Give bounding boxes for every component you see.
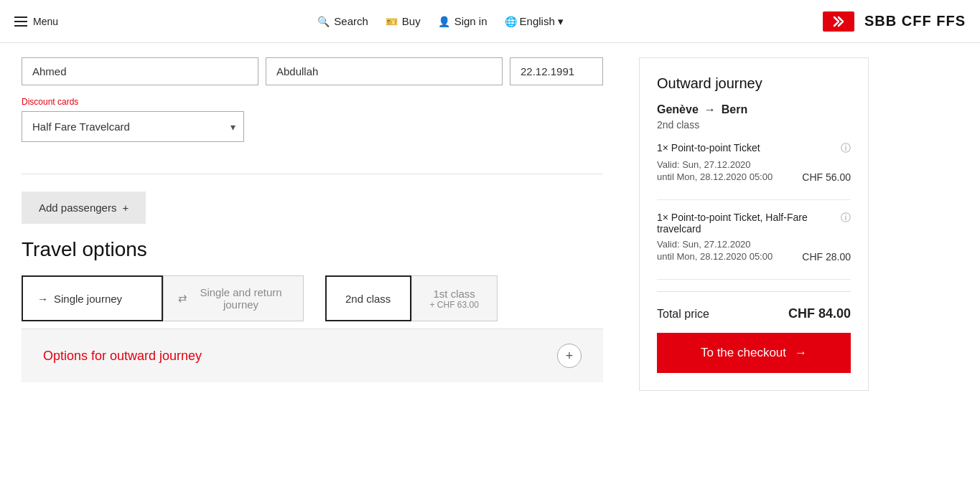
ticket-row-2: 1× Point-to-point Ticket, Half-Fare trav… xyxy=(657,212,851,235)
total-price-row: Total price CHF 84.00 xyxy=(657,291,851,333)
first-class-surcharge: + CHF 63.00 xyxy=(429,300,478,310)
passenger-form: Discount cards Half Fare Travelcard None… xyxy=(22,43,603,156)
ticket-validity-until-1: until Mon, 28.12.2020 05:00 xyxy=(657,171,773,182)
search-nav-item[interactable]: Search xyxy=(317,15,368,27)
brand-name: SBB CFF FFS xyxy=(864,13,966,29)
main-content: Discount cards Half Fare Travelcard None… xyxy=(0,43,625,477)
outward-journey-title: Outward journey xyxy=(657,75,851,92)
user-icon xyxy=(438,15,450,27)
dob-input[interactable] xyxy=(510,57,603,85)
single-journey-label: Single journey xyxy=(54,293,122,305)
total-price-label: Total price xyxy=(657,308,709,321)
ticket-validity-until-2: until Mon, 28.12.2020 05:00 xyxy=(657,251,773,262)
search-icon xyxy=(317,15,330,27)
total-price-value: CHF 84.00 xyxy=(788,306,851,321)
chevron-down-icon xyxy=(558,15,564,28)
buy-label: Buy xyxy=(402,15,421,27)
travel-options-title: Travel options xyxy=(22,238,603,261)
header-nav: Search Buy Sign in English xyxy=(317,15,563,28)
single-journey-button[interactable]: Single journey xyxy=(22,275,163,321)
sign-in-nav-item[interactable]: Sign in xyxy=(438,15,487,27)
buy-icon xyxy=(386,15,398,27)
arrow-icon: → xyxy=(704,103,716,116)
outward-options-expand-button[interactable] xyxy=(557,344,582,368)
last-name-input[interactable] xyxy=(266,57,503,85)
journey-class: 2nd class xyxy=(657,119,851,131)
menu-button[interactable]: Menu xyxy=(14,16,58,27)
discount-select-wrapper: Half Fare Travelcard None GA Travelcard xyxy=(22,111,244,142)
ticket-price-row-2: until Mon, 28.12.2020 05:00 CHF 28.00 xyxy=(657,251,851,263)
first-class-label: 1st class xyxy=(433,288,475,300)
info-icon-1[interactable]: ⓘ xyxy=(841,142,851,155)
info-icon-2[interactable]: ⓘ xyxy=(841,212,851,225)
return-journey-button[interactable]: Single and return journey xyxy=(163,275,303,321)
journey-route: Genève → Bern xyxy=(657,103,851,116)
first-class-button[interactable]: 1st class + CHF 63.00 xyxy=(411,275,498,321)
plus-icon xyxy=(566,349,574,364)
outward-options-title: Options for outward journey xyxy=(43,349,202,364)
sidebar: Outward journey Genève → Bern 2nd class … xyxy=(625,43,883,477)
arrow-right-icon xyxy=(37,293,48,305)
travel-options-section: Travel options Single journey Single and… xyxy=(22,224,603,329)
buy-nav-item[interactable]: Buy xyxy=(386,15,421,27)
checkout-label: To the checkout xyxy=(701,346,786,360)
options-row: Single journey Single and return journey… xyxy=(22,275,603,321)
ticket-row-1: 1× Point-to-point Ticket ⓘ xyxy=(657,142,851,155)
language-selector[interactable]: English xyxy=(505,15,564,28)
second-class-label: 2nd class xyxy=(345,293,391,305)
sidebar-card: Outward journey Genève → Bern 2nd class … xyxy=(639,57,869,391)
plus-icon xyxy=(122,202,129,214)
add-passengers-button[interactable]: Add passengers xyxy=(22,192,146,224)
header: Menu Search Buy Sign in English SBB CFF … xyxy=(0,0,980,43)
ticket-name-1: 1× Point-to-point Ticket xyxy=(657,142,836,154)
first-name-input[interactable] xyxy=(22,57,258,85)
checkout-button[interactable]: To the checkout xyxy=(657,333,851,373)
add-passengers-section: Add passengers xyxy=(22,192,603,224)
discount-section: Discount cards Half Fare Travelcard None… xyxy=(22,97,603,142)
journey-type-row: Single journey Single and return journey xyxy=(22,275,304,321)
return-journey-label: Single and return journey xyxy=(193,286,288,311)
name-row xyxy=(22,57,603,85)
second-class-button[interactable]: 2nd class xyxy=(325,275,411,321)
ticket-block-1: 1× Point-to-point Ticket ⓘ Valid: Sun, 2… xyxy=(657,142,851,200)
brand: SBB CFF FFS xyxy=(823,11,966,32)
language-label: English xyxy=(520,15,555,27)
divider xyxy=(22,174,603,174)
add-passengers-label: Add passengers xyxy=(39,202,116,214)
route-to: Bern xyxy=(722,103,747,116)
route-from: Genève xyxy=(657,103,699,116)
discount-select[interactable]: Half Fare Travelcard None GA Travelcard xyxy=(22,111,244,142)
discount-label: Discount cards xyxy=(22,97,603,107)
class-row: 2nd class 1st class + CHF 63.00 xyxy=(325,275,498,321)
globe-icon xyxy=(505,15,517,27)
ticket-name-2: 1× Point-to-point Ticket, Half-Fare trav… xyxy=(657,212,836,235)
ticket-block-2: 1× Point-to-point Ticket, Half-Fare trav… xyxy=(657,212,851,280)
swap-icon xyxy=(178,292,187,305)
outward-options-row: Options for outward journey xyxy=(43,344,582,368)
sbb-logo xyxy=(823,11,854,32)
search-label: Search xyxy=(334,15,368,27)
ticket-price-2: CHF 28.00 xyxy=(802,251,851,263)
menu-label: Menu xyxy=(33,16,58,27)
ticket-validity-from-2: Valid: Sun, 27.12.2020 xyxy=(657,239,851,250)
ticket-price-1: CHF 56.00 xyxy=(802,171,851,183)
checkout-arrow-icon xyxy=(795,346,807,360)
hamburger-icon xyxy=(14,16,27,27)
ticket-price-row-1: until Mon, 28.12.2020 05:00 CHF 56.00 xyxy=(657,171,851,184)
ticket-validity-from-1: Valid: Sun, 27.12.2020 xyxy=(657,159,851,170)
outward-options-section: Options for outward journey xyxy=(22,329,603,382)
sign-in-label: Sign in xyxy=(454,15,487,27)
page-layout: Discount cards Half Fare Travelcard None… xyxy=(0,43,980,477)
